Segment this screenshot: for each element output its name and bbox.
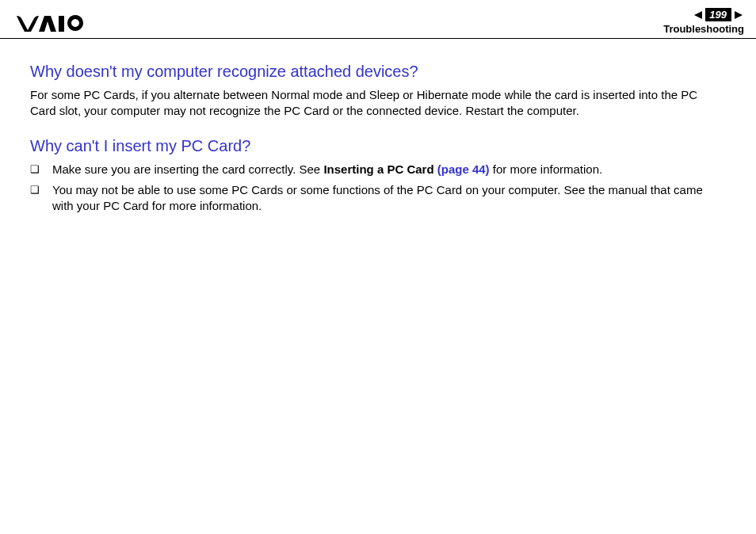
svg-marker-1 — [694, 11, 702, 19]
text-bold: Inserting a PC Card — [323, 162, 437, 176]
page-header: 199 Troubleshooting — [0, 0, 756, 39]
header-right: 199 Troubleshooting — [663, 8, 744, 35]
svg-rect-0 — [59, 16, 64, 32]
bullet-icon: ❑ — [30, 182, 52, 197]
prev-page-arrow-icon[interactable] — [693, 10, 704, 21]
next-page-arrow-icon[interactable] — [733, 10, 744, 21]
heading-recognize-devices: Why doesn't my computer recognize attach… — [30, 63, 726, 81]
bullet-list: ❑ Make sure you are inserting the card c… — [30, 162, 726, 215]
text-segment: for more information. — [490, 162, 603, 176]
bullet-text: You may not be able to use some PC Cards… — [52, 182, 726, 215]
heading-insert-pc-card: Why can't I insert my PC Card? — [30, 137, 726, 155]
vaio-logo — [16, 8, 99, 32]
page-content: Why doesn't my computer recognize attach… — [0, 39, 756, 214]
vaio-logo-svg — [16, 14, 99, 32]
bullet-text: Make sure you are inserting the card cor… — [52, 162, 726, 177]
page-navigation: 199 — [693, 8, 744, 21]
bullet-icon: ❑ — [30, 162, 52, 177]
list-item: ❑ Make sure you are inserting the card c… — [30, 162, 726, 177]
page-number: 199 — [705, 8, 731, 21]
text-segment: Make sure you are inserting the card cor… — [52, 162, 323, 176]
page-link[interactable]: (page 44) — [437, 162, 490, 176]
section-title: Troubleshooting — [663, 23, 744, 35]
paragraph-recognize-devices: For some PC Cards, if you alternate betw… — [30, 87, 726, 120]
svg-marker-2 — [735, 11, 743, 19]
list-item: ❑ You may not be able to use some PC Car… — [30, 182, 726, 215]
